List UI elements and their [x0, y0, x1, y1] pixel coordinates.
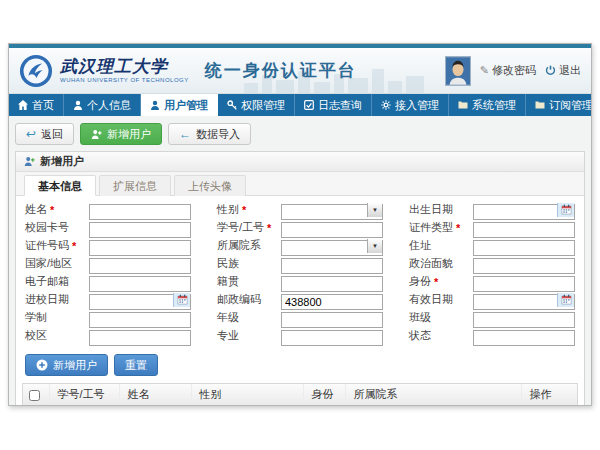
calendar-icon[interactable]	[173, 293, 190, 307]
native-place-input[interactable]	[281, 276, 383, 292]
name-input[interactable]	[89, 204, 191, 220]
chevron-down-icon[interactable]: ▼	[367, 239, 382, 253]
nav-item-log-query[interactable]: 日志查询	[295, 94, 372, 116]
nav-item-home[interactable]: 首页	[9, 94, 64, 116]
form-field: 籍贯	[217, 273, 383, 290]
header-user-area: ✎ 修改密码 退出	[445, 56, 581, 86]
postal-code-input[interactable]	[281, 294, 383, 310]
id-number-input[interactable]	[89, 240, 191, 256]
field-label: 所属院系	[217, 238, 261, 253]
field-label: 校区	[25, 328, 47, 343]
form-field: 校园卡号	[25, 219, 191, 236]
form-row: 国家/地区 民族 政治面貌	[25, 255, 575, 272]
user-avatar	[445, 56, 471, 86]
university-name-cn: 武汉理工大学	[60, 58, 189, 75]
logout-link[interactable]: 退出	[545, 63, 581, 78]
add-user-panel: 新增用户 基本信息 扩展信息 上传头像 姓名* 性别*	[15, 151, 585, 406]
user-table: 学号/工号 姓名 性别 身份 所属院系 操作	[22, 383, 578, 406]
nav-label: 接入管理	[395, 98, 439, 113]
nav-item-access-management[interactable]: 接入管理	[372, 94, 449, 116]
nav-label: 日志查询	[318, 98, 362, 113]
change-password-link[interactable]: ✎ 修改密码	[480, 63, 536, 78]
student-id-input[interactable]	[281, 222, 383, 238]
required-marker: *	[456, 222, 460, 234]
id-type-input[interactable]	[473, 222, 575, 238]
nav-item-user-management[interactable]: 用户管理	[141, 94, 218, 116]
country-region-input[interactable]	[89, 258, 191, 274]
address-input[interactable]	[473, 240, 575, 256]
schooling-length-input[interactable]	[89, 312, 191, 328]
nav-item-subscription-management[interactable]: 订阅管理	[526, 94, 592, 116]
field-label: 邮政编码	[217, 292, 261, 307]
plus-circle-icon	[36, 359, 48, 371]
required-marker: *	[267, 222, 271, 234]
select-all-checkbox[interactable]	[29, 390, 40, 401]
back-arrow-icon: ↩	[26, 128, 36, 140]
campus-input[interactable]	[89, 330, 191, 346]
political-status-input[interactable]	[473, 258, 575, 274]
nav-label: 用户管理	[164, 98, 208, 113]
table-empty-row	[23, 405, 577, 406]
field-label: 有效日期	[409, 292, 453, 307]
form-row: 进校日期 邮政编码 有效日期	[25, 291, 575, 308]
form-row: 电子邮箱 籍贯 身份*	[25, 273, 575, 290]
field-label: 年级	[217, 310, 239, 325]
power-icon	[545, 65, 556, 76]
field-label: 专业	[217, 328, 239, 343]
log-icon	[304, 100, 314, 110]
panel-header: 新增用户	[16, 152, 584, 172]
folder-icon	[458, 100, 468, 110]
toolbar: ↩ 返回 新增用户 ← 数据导入	[15, 123, 585, 145]
field-label: 民族	[217, 256, 239, 271]
nav-label: 个人信息	[87, 98, 131, 113]
field-label: 出生日期	[409, 202, 453, 217]
import-arrow-icon: ←	[179, 128, 191, 140]
university-name-block: 武汉理工大学 WUHAN UNIVERSITY OF TECHNOLOGY	[60, 58, 189, 83]
field-label: 校园卡号	[25, 220, 69, 235]
nav-item-personal-info[interactable]: 个人信息	[64, 94, 141, 116]
form-row: 校区 专业 状态	[25, 327, 575, 344]
platform-title: 统一身份认证平台	[205, 59, 357, 82]
submit-button-label: 新增用户	[53, 358, 97, 373]
logout-label: 退出	[559, 63, 581, 78]
tab-extended-info[interactable]: 扩展信息	[99, 175, 171, 196]
major-input[interactable]	[281, 330, 383, 346]
field-label: 住址	[409, 238, 431, 253]
main-nav: 首页 个人信息 用户管理 权限管理 日志查询 接入管理	[9, 94, 591, 116]
field-label: 进校日期	[25, 292, 69, 307]
status-input[interactable]	[473, 330, 575, 346]
form-row: 姓名* 性别* ▼ 出生日期	[25, 201, 575, 218]
field-label: 身份	[409, 274, 431, 289]
nav-item-system-management[interactable]: 系统管理	[449, 94, 526, 116]
class-input[interactable]	[473, 312, 575, 328]
nav-item-permission-management[interactable]: 权限管理	[218, 94, 295, 116]
grade-input[interactable]	[281, 312, 383, 328]
identity-input[interactable]	[473, 276, 575, 292]
field-label: 性别	[217, 202, 239, 217]
form-field: 状态	[409, 327, 575, 344]
data-import-button[interactable]: ← 数据导入	[168, 123, 251, 145]
content-area: ↩ 返回 新增用户 ← 数据导入 新增用户 基本信息	[9, 116, 591, 406]
calendar-icon[interactable]	[557, 293, 574, 307]
nav-label: 系统管理	[472, 98, 516, 113]
user-plus-icon	[91, 129, 102, 140]
back-button-label: 返回	[41, 127, 63, 142]
user-icon	[73, 100, 83, 110]
calendar-icon[interactable]	[557, 203, 574, 217]
panel-title: 新增用户	[40, 152, 84, 171]
field-label: 状态	[409, 328, 431, 343]
chevron-down-icon[interactable]: ▼	[367, 203, 382, 217]
back-button[interactable]: ↩ 返回	[15, 123, 74, 145]
form-field: 学号/工号*	[217, 219, 383, 236]
campus-card-input[interactable]	[89, 222, 191, 238]
ethnicity-input[interactable]	[281, 258, 383, 274]
form-row: 学制 年级 班级	[25, 309, 575, 326]
tab-upload-avatar[interactable]: 上传头像	[174, 175, 246, 196]
field-label: 电子邮箱	[25, 274, 69, 289]
reset-button[interactable]: 重置	[114, 354, 158, 376]
email-input[interactable]	[89, 276, 191, 292]
add-user-toolbar-button[interactable]: 新增用户	[80, 123, 162, 145]
tab-basic-info[interactable]: 基本信息	[24, 175, 96, 196]
add-user-submit-button[interactable]: 新增用户	[25, 354, 108, 376]
form-field: 身份*	[409, 273, 575, 290]
